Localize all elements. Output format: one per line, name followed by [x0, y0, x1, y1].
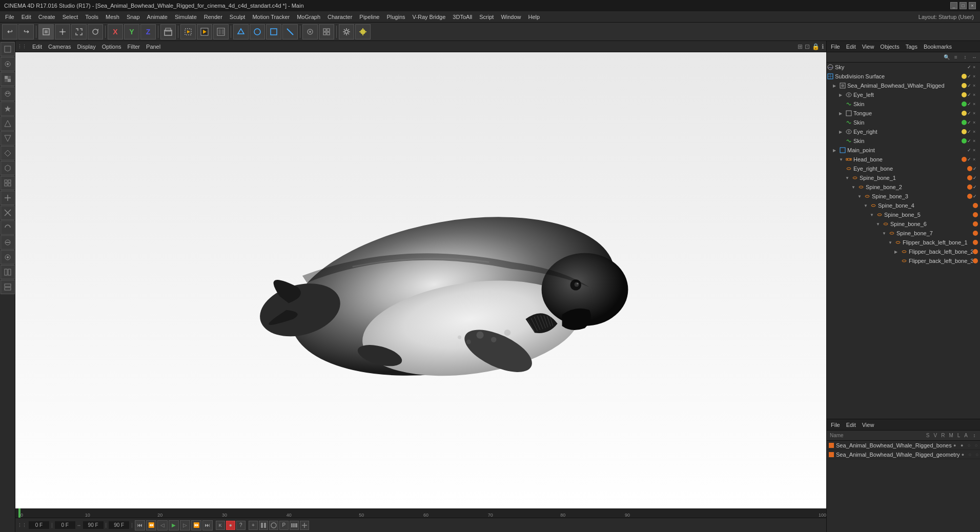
menu-character[interactable]: Character — [324, 13, 355, 21]
om-scroll-v-icon[interactable]: ↕ — [961, 53, 970, 62]
menu-animate[interactable]: Animate — [144, 13, 171, 21]
undo-button[interactable]: ↩ — [2, 24, 17, 39]
menu-motion-tracker[interactable]: Motion Tracker — [249, 13, 293, 21]
menu-help[interactable]: Help — [525, 13, 543, 21]
om-skin-2-render[interactable]: × — [973, 120, 978, 125]
tool-paint[interactable] — [1, 87, 15, 101]
viewport-menu-cameras[interactable]: Cameras — [46, 43, 74, 51]
tool-slash[interactable] — [1, 235, 15, 250]
key-button[interactable]: K — [216, 521, 225, 530]
om-row-spine-1[interactable]: ▼ Spine_bone_1 ✓ — [827, 173, 980, 182]
viewport-menu-edit[interactable]: Edit — [30, 43, 45, 51]
world-button[interactable] — [160, 24, 176, 39]
om-row-head-bone[interactable]: ▼ Head_bone ✓ × — [827, 155, 980, 164]
anim-mode-1[interactable]: + — [249, 521, 258, 530]
om-row-subdiv[interactable]: Subdivision Surface ✓ × — [827, 72, 980, 81]
om-row-flipper-1[interactable]: ▼ Flipper_back_left_bone_1 — [827, 238, 980, 247]
om-skin-3-render[interactable]: × — [973, 138, 978, 144]
om-menu-file[interactable]: File — [829, 43, 842, 51]
om-main-point-vis[interactable]: ✓ — [967, 148, 972, 153]
menu-render[interactable]: Render — [201, 13, 226, 21]
menu-3dtoall[interactable]: 3DToAll — [450, 13, 475, 21]
redo-button[interactable]: ↪ — [18, 24, 34, 39]
om-skin-2-vis[interactable]: ✓ — [967, 120, 972, 125]
om-filter-icon[interactable]: ≡ — [951, 53, 961, 62]
light-button[interactable] — [355, 24, 371, 39]
y-axis-button[interactable]: Y — [124, 24, 139, 39]
config-button[interactable] — [339, 24, 354, 39]
om-menu-edit[interactable]: Edit — [844, 43, 858, 51]
go-start-button[interactable]: ⏮ — [135, 520, 145, 530]
viewport[interactable] — [15, 52, 826, 508]
tool-plus[interactable] — [1, 191, 15, 205]
live-select-button[interactable] — [38, 24, 54, 39]
attr-geometry-v[interactable]: ○ — [967, 452, 973, 457]
z-axis-button[interactable]: Z — [140, 24, 156, 39]
om-head-bone-render[interactable]: × — [973, 157, 978, 162]
om-menu-tags[interactable]: Tags — [904, 43, 920, 51]
om-row-tongue[interactable]: ▶ Tongue ✓ × — [827, 109, 980, 118]
tool-camera[interactable] — [1, 57, 15, 71]
x-axis-button[interactable]: X — [108, 24, 123, 39]
anim-mode-6[interactable] — [300, 521, 309, 530]
prev-keyframe-button[interactable]: ◁ — [157, 520, 168, 530]
tool-down[interactable] — [1, 131, 15, 146]
menu-mograph[interactable]: MoGraph — [294, 13, 323, 21]
viewport-menu-filter[interactable]: Filter — [125, 43, 142, 51]
menu-snap[interactable]: Snap — [124, 13, 143, 21]
edge-mode-button[interactable] — [282, 24, 298, 39]
next-keyframe-button[interactable]: ▷ — [180, 520, 190, 530]
menu-script[interactable]: Script — [476, 13, 497, 21]
om-row-skin-3[interactable]: Skin ✓ × — [827, 136, 980, 146]
om-row-main-point[interactable]: ▶ Main_point ✓ × — [827, 146, 980, 155]
om-search-icon[interactable]: 🔍 — [942, 53, 951, 62]
om-scroll-h-icon[interactable]: ↔ — [970, 53, 979, 62]
menu-file[interactable]: File — [2, 13, 17, 21]
om-whale-vis[interactable]: ✓ — [967, 83, 972, 88]
tool-checkerboard[interactable] — [1, 72, 15, 86]
render-button[interactable] — [197, 24, 212, 39]
attr-row-geometry[interactable]: Sea_Animal_Bowhead_Whale_Rigged_geometry… — [827, 450, 980, 459]
om-row-eye-right-bone[interactable]: Eye_right_bone ✓ — [827, 164, 980, 173]
maximize-button[interactable]: □ — [959, 2, 967, 9]
viewport-zoom-icon[interactable]: ⊡ — [805, 43, 810, 50]
om-menu-objects[interactable]: Objects — [878, 43, 901, 51]
om-row-spine-2[interactable]: ▼ Spine_bone_2 ✓ — [827, 182, 980, 192]
record-button[interactable]: ● — [226, 521, 235, 530]
menu-window[interactable]: Window — [498, 13, 524, 21]
viewport-lock-icon[interactable]: 🔒 — [812, 43, 820, 50]
om-row-spine-6[interactable]: ▼ Spine_bone_6 — [827, 219, 980, 229]
snap2-button[interactable] — [319, 24, 334, 39]
om-sky-render[interactable]: × — [973, 65, 978, 70]
om-whale-render[interactable]: × — [973, 83, 978, 88]
om-eye-right-render[interactable]: × — [973, 129, 978, 134]
tool-split[interactable] — [1, 265, 15, 279]
om-row-whale[interactable]: ▶ Sea_Animal_Bowhead_Whale_Rigged ✓ × — [827, 81, 980, 90]
menu-vray[interactable]: V-Ray Bridge — [410, 13, 449, 21]
om-eye-left-render[interactable]: × — [973, 92, 978, 97]
attr-geometry-r[interactable]: ○ — [974, 452, 980, 457]
attr-menu-view[interactable]: View — [860, 421, 876, 429]
attr-bones-v[interactable]: ● — [959, 443, 965, 448]
tool-halfcircle[interactable] — [1, 220, 15, 235]
om-spine-2-vis[interactable]: ✓ — [973, 185, 978, 190]
menu-mesh[interactable]: Mesh — [103, 13, 122, 21]
om-subdiv-render[interactable]: × — [973, 74, 978, 79]
attr-row-bones[interactable]: Sea_Animal_Bowhead_Whale_Rigged_bones ● … — [827, 441, 980, 450]
om-row-sky[interactable]: Sky ✓ × — [827, 63, 980, 72]
om-skin-1-vis[interactable]: ✓ — [967, 101, 972, 107]
go-end-button[interactable]: ⏭ — [202, 520, 213, 530]
render-picture-viewer-button[interactable] — [213, 24, 229, 39]
object-mode-button[interactable] — [250, 24, 265, 39]
attr-bones-s[interactable]: ● — [952, 443, 958, 448]
anim-mode-4[interactable]: P — [279, 521, 289, 530]
tool-hex[interactable] — [1, 161, 15, 175]
tool-bottom-split[interactable] — [1, 280, 15, 294]
tool-grid[interactable] — [1, 176, 15, 190]
tool-star[interactable] — [1, 101, 15, 116]
anim-mode-5[interactable] — [290, 521, 299, 530]
om-row-spine-5[interactable]: ▼ Spine_bone_5 — [827, 210, 980, 219]
menu-create[interactable]: Create — [35, 13, 58, 21]
attr-geometry-s[interactable]: ● — [960, 452, 966, 457]
rotate-button[interactable] — [88, 24, 103, 39]
